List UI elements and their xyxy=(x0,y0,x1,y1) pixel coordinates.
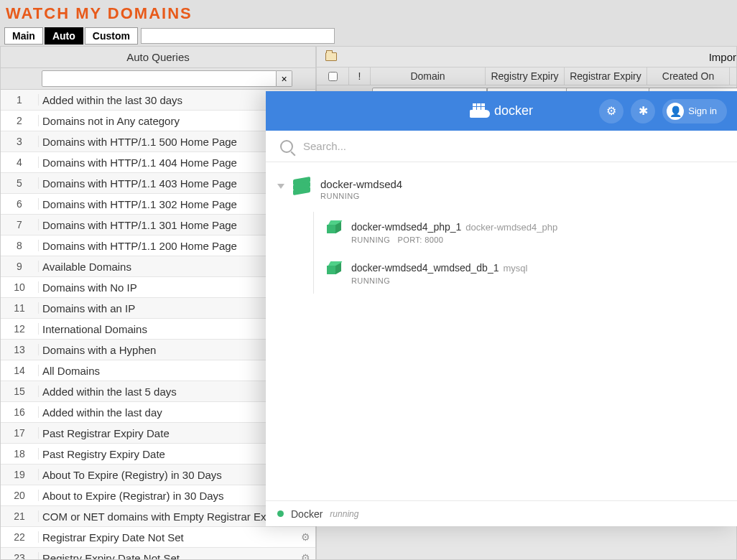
bug-icon: ✱ xyxy=(639,104,648,118)
docker-brand-text: docker xyxy=(494,103,533,118)
row-number: 15 xyxy=(1,386,39,397)
row-number: 5 xyxy=(1,177,39,189)
row-number: 12 xyxy=(1,323,39,335)
row-number: 22 xyxy=(1,531,39,543)
container-row[interactable]: docker-wmdsed4_wmdsed_db_1mysqlRUNNING xyxy=(327,253,728,294)
query-text: Past Registry Expiry Date xyxy=(39,448,295,460)
query-text: Domains with HTTP/1.1 404 Home Page xyxy=(39,157,295,169)
row-number: 8 xyxy=(1,240,39,251)
query-text: Past Registrar Expiry Date xyxy=(39,427,295,439)
query-text: About to Expire (Registrar) in 30 Days xyxy=(39,490,295,502)
row-number: 1 xyxy=(1,94,39,106)
query-text: Domains with HTTP/1.1 403 Home Page xyxy=(39,177,295,190)
whale-icon xyxy=(470,105,490,118)
tab-auto[interactable]: Auto xyxy=(45,27,83,45)
col-flag[interactable]: ! xyxy=(349,67,371,85)
query-text: All Domains xyxy=(39,365,295,377)
container-icon xyxy=(327,261,343,276)
docker-search-bar xyxy=(266,131,737,162)
query-text: Added within the last 5 days xyxy=(39,386,295,398)
col-registry-expiry-label: Registry Expiry xyxy=(491,70,558,82)
query-text: Available Domains xyxy=(39,261,295,273)
col-registrar-expiry-label: Registrar Expiry xyxy=(570,70,641,82)
status-dot-icon xyxy=(277,510,284,517)
query-text: Domains with HTTP/1.1 301 Home Page xyxy=(39,219,295,231)
query-text: Domains with HTTP/1.1 500 Home Page xyxy=(39,136,295,148)
query-text: Domains not in Any category xyxy=(39,115,295,127)
stack-icon xyxy=(293,178,312,197)
container-name: docker-wmdsed4_wmdsed_db_1 xyxy=(351,262,499,274)
row-number: 20 xyxy=(1,490,39,501)
row-number: 18 xyxy=(1,448,39,459)
container-meta: RUNNING PORT: 8000 xyxy=(351,235,557,244)
row-number: 9 xyxy=(1,261,39,272)
gear-icon: ⚙ xyxy=(606,104,616,118)
row-number: 21 xyxy=(1,510,39,522)
gear-icon[interactable]: ⚙ xyxy=(295,552,315,559)
query-filter-input[interactable] xyxy=(42,70,277,87)
stack-status: RUNNING xyxy=(320,192,402,200)
row-number: 14 xyxy=(1,365,39,376)
gear-icon[interactable]: ⚙ xyxy=(295,531,315,543)
footer-label: Docker xyxy=(291,508,323,520)
query-row[interactable]: 22Registrar Expiry Date Not Set⚙ xyxy=(1,527,315,548)
select-all-checkbox[interactable] xyxy=(328,72,338,81)
query-text: Domains with a Hyphen xyxy=(39,344,295,356)
query-row[interactable]: 23Registry Expiry Date Not Set⚙ xyxy=(1,548,315,559)
search-icon xyxy=(280,140,293,153)
row-number: 11 xyxy=(1,302,39,314)
expand-caret-icon[interactable] xyxy=(277,184,284,189)
row-number: 3 xyxy=(1,136,39,147)
col-domain-label: Domain xyxy=(410,70,445,82)
query-text: COM or NET domains with Empty Registrar … xyxy=(39,510,295,523)
col-created-label: Created On xyxy=(662,70,714,82)
row-number: 10 xyxy=(1,281,39,293)
container-icon xyxy=(327,220,343,235)
tab-custom[interactable]: Custom xyxy=(85,27,138,45)
query-filter-clear-button[interactable]: × xyxy=(277,70,292,87)
import-label[interactable]: Impor xyxy=(709,51,736,63)
container-image: docker-wmdsed4_php xyxy=(465,222,557,233)
row-number: 6 xyxy=(1,198,39,210)
sign-in-label: Sign in xyxy=(688,106,717,116)
row-number: 17 xyxy=(1,427,39,439)
row-number: 16 xyxy=(1,406,39,418)
footer-status: running xyxy=(330,509,358,519)
query-text: About To Expire (Registry) in 30 Days xyxy=(39,469,295,481)
docker-logo: docker xyxy=(470,103,533,118)
row-number: 13 xyxy=(1,344,39,355)
top-tab-bar: Main Auto Custom xyxy=(0,26,737,46)
query-text: Domains with No IP xyxy=(39,281,295,294)
col-registrar-expiry[interactable]: Registrar Expiry × xyxy=(565,67,647,85)
settings-button[interactable]: ⚙ xyxy=(599,99,624,123)
col-domain[interactable]: Domain × xyxy=(371,67,486,85)
col-checkbox xyxy=(317,67,349,85)
row-number: 7 xyxy=(1,219,39,230)
folder-icon[interactable] xyxy=(325,52,337,61)
row-number: 2 xyxy=(1,115,39,126)
tab-main[interactable]: Main xyxy=(4,27,43,45)
top-search-input[interactable] xyxy=(141,28,335,44)
query-text: Domains with HTTP/1.1 200 Home Page xyxy=(39,240,295,252)
container-row[interactable]: docker-wmdsed4_php_1docker-wmdsed4_phpRU… xyxy=(327,212,728,253)
docker-footer: Docker running xyxy=(266,500,737,526)
sign-in-button[interactable]: 👤 Sign in xyxy=(662,99,727,123)
query-text: International Domains xyxy=(39,323,295,335)
avatar-icon: 👤 xyxy=(667,103,684,120)
col-created-on[interactable]: Created On xyxy=(647,67,730,85)
docker-search-input[interactable] xyxy=(303,140,723,152)
query-text: Added within the last 30 days xyxy=(39,94,295,106)
row-number: 23 xyxy=(1,552,39,559)
col-registry-expiry[interactable]: Registry Expiry × xyxy=(486,67,565,85)
container-image: mysql xyxy=(503,263,527,274)
auto-queries-header: Auto Queries xyxy=(1,47,315,68)
container-meta: RUNNING xyxy=(351,276,527,285)
row-number: 19 xyxy=(1,469,39,480)
docker-titlebar: docker ⚙ ✱ 👤 Sign in xyxy=(266,91,737,131)
docker-window: docker ⚙ ✱ 👤 Sign in docker-wmdsed4 RUNN… xyxy=(266,91,737,526)
row-number: 4 xyxy=(1,157,39,168)
query-text: Added within the last day xyxy=(39,406,295,419)
stack-name: docker-wmdsed4 xyxy=(320,178,402,190)
troubleshoot-button[interactable]: ✱ xyxy=(631,99,655,123)
stack-row[interactable]: docker-wmdsed4 RUNNING xyxy=(274,174,728,205)
